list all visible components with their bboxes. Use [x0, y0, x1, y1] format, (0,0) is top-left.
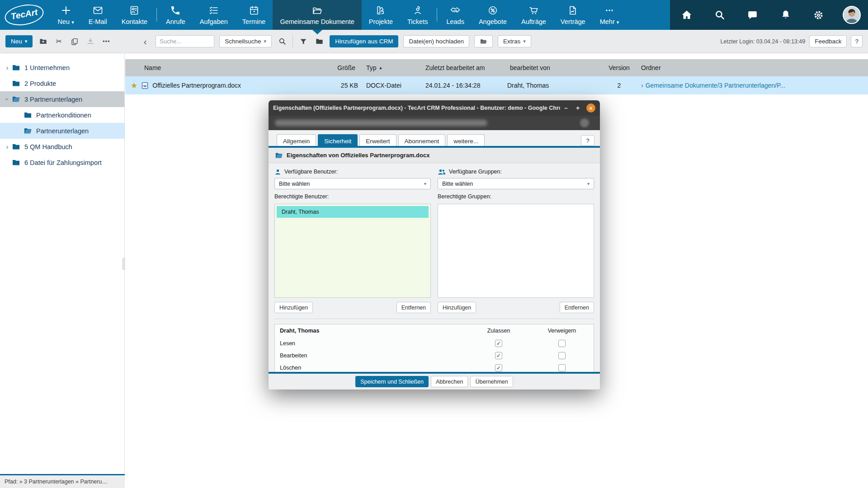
dialog-body: Verfügbare Benutzer: Bitte wählen ▾ Bere… — [269, 163, 600, 372]
tree-item-qm-handbuch[interactable]: › 5 QM Handbuch — [0, 139, 124, 155]
bell-icon — [780, 9, 792, 21]
deny-column-label: Verweigern — [530, 328, 594, 334]
nav-item-anrufe[interactable]: Anrufe — [159, 0, 193, 30]
chat-button[interactable] — [736, 0, 769, 30]
nav-item-tickets[interactable]: Tickets — [400, 0, 435, 30]
last-login-text: Letzter Login: 03.04.24 - 08:13:49 — [721, 38, 806, 45]
move-to-folder-button[interactable] — [38, 36, 48, 47]
tree-item-partnerkonditionen[interactable]: Partnerkonditionen — [0, 107, 124, 123]
tab-weitere[interactable]: weitere... — [447, 134, 485, 148]
cart-icon — [528, 5, 539, 16]
extras-button[interactable]: Extras ▾ — [498, 35, 531, 47]
favorite-star-icon[interactable]: ★ — [131, 81, 137, 90]
column-type[interactable]: Typ▲ — [358, 64, 419, 71]
tab-sicherheit[interactable]: Sicherheit — [318, 134, 358, 148]
tree-item-unternehmen[interactable]: › 1 Unternehmen — [0, 60, 124, 75]
notifications-button[interactable] — [769, 0, 802, 30]
authorized-groups-listbox[interactable] — [438, 204, 594, 298]
tab-allgemein[interactable]: Allgemein — [277, 134, 316, 148]
available-users-select[interactable]: Bitte wählen ▾ — [274, 178, 431, 189]
download-button[interactable] — [85, 36, 96, 47]
folder-view-button[interactable] — [314, 36, 325, 47]
nav-item-mehr[interactable]: Mehr ▾ — [593, 0, 627, 30]
scissors-icon: ✂ — [56, 38, 62, 45]
close-button[interactable]: × — [586, 103, 595, 113]
apply-button[interactable]: Übernehmen — [470, 376, 513, 387]
minimize-button[interactable]: – — [560, 104, 572, 112]
checkbox-lesen-verweigern[interactable] — [558, 340, 566, 347]
home-button[interactable] — [670, 0, 703, 30]
nav-right-group — [670, 0, 868, 30]
available-groups-select[interactable]: Bitte wählen ▾ — [438, 178, 594, 189]
search-input[interactable] — [156, 35, 214, 47]
checkbox-lesen-zulassen[interactable]: ✓ — [495, 340, 502, 347]
chevron-expanded-icon[interactable]: › — [4, 95, 11, 104]
tree-item-partnerunterlagen-parent[interactable]: › 3 Partnerunterlagen — [0, 91, 124, 107]
nav-item-auftraege[interactable]: Aufträge — [514, 0, 553, 30]
checkbox-loeschen-verweigern[interactable] — [558, 364, 566, 371]
tree-item-zahlungsimport[interactable]: 6 Datei für Zahlungsimport — [0, 155, 124, 170]
tab-erweitert[interactable]: Erweitert — [359, 134, 396, 148]
help-button[interactable]: ? — [851, 35, 863, 47]
list-item-selected-user[interactable]: Draht, Thomas — [277, 206, 429, 218]
dialog-titlebar[interactable]: Eigenschaften (Offizielles Partnerprogra… — [269, 100, 600, 116]
allow-column-label: Zulassen — [467, 328, 530, 334]
column-modified-by[interactable]: bearbeitet von — [507, 64, 600, 71]
more-actions-button[interactable]: ••• — [101, 36, 112, 47]
folder-open-icon — [12, 95, 20, 103]
tree-item-produkte[interactable]: 2 Produkte — [0, 75, 124, 91]
file-name[interactable]: Offizielles Partnerprogram.docx — [152, 82, 241, 89]
nav-item-projekte[interactable]: Projekte — [362, 0, 400, 30]
checkbox-bearbeiten-zulassen[interactable]: ✓ — [495, 352, 502, 359]
column-size[interactable]: Größe — [315, 64, 358, 71]
add-user-button[interactable]: Hinzufügen — [274, 302, 313, 313]
upload-files-button[interactable]: Datei(en) hochladen — [403, 35, 469, 47]
nav-item-leads[interactable]: Leads — [439, 0, 472, 30]
cancel-button[interactable]: Abbrechen — [431, 376, 468, 387]
nav-item-gemeinsame-dokumente[interactable]: Gemeinsame Dokumente — [273, 0, 361, 30]
maximize-button[interactable]: + — [572, 104, 584, 112]
tab-abonnement[interactable]: Abonnement — [398, 134, 446, 148]
nav-item-neu[interactable]: Neu ▾ — [50, 0, 81, 30]
run-search-button[interactable] — [277, 36, 288, 47]
nav-item-termine[interactable]: Termine — [235, 0, 273, 30]
nav-item-aufgaben[interactable]: Aufgaben — [193, 0, 235, 30]
authorized-users-listbox[interactable]: Draht, Thomas — [274, 204, 431, 298]
chevron-right-icon[interactable]: › — [3, 143, 12, 150]
upload-folder-button[interactable] — [474, 35, 493, 47]
path-text: Pfad: » 3 Partnerunterlagen » Partneru… — [5, 479, 108, 485]
chevron-right-icon[interactable]: › — [3, 64, 12, 71]
cut-button[interactable]: ✂ — [53, 36, 64, 47]
search-button[interactable] — [703, 0, 736, 30]
add-group-button[interactable]: Hinzufügen — [438, 302, 476, 313]
nav-item-email[interactable]: E-Mail — [81, 0, 114, 30]
table-row[interactable]: ★ W Offizielles Partnerprogram.docx 25 K… — [125, 76, 868, 94]
remove-user-button[interactable]: Entfernen — [396, 302, 431, 313]
dialog-help-button[interactable]: ? — [581, 135, 594, 146]
neu-button[interactable]: Neu ▾ — [5, 35, 33, 47]
tree-item-partnerunterlagen[interactable]: Partnerunterlagen — [0, 123, 124, 139]
tecart-logo[interactable]: TecArt — [0, 0, 50, 30]
collapse-panel-button[interactable]: ‹ — [140, 36, 151, 47]
column-folder[interactable]: Ordner — [638, 64, 868, 71]
nav-item-vertraege[interactable]: Verträge — [553, 0, 593, 30]
nav-item-kontakte[interactable]: Kontakte — [114, 0, 155, 30]
remove-group-button[interactable]: Entfernen — [560, 302, 594, 313]
schnellsuche-select[interactable]: Schnellsuche ▾ — [219, 35, 272, 47]
folder-path-link[interactable]: Gemeinsame Dokumente/3 Partnerunterlagen… — [646, 82, 785, 89]
nav-item-angebote[interactable]: Angebote — [472, 0, 514, 30]
column-modified[interactable]: Zuletzt bearbeitet am — [419, 64, 507, 71]
add-from-crm-button[interactable]: Hinzufügen aus CRM — [330, 35, 398, 47]
settings-button[interactable] — [802, 0, 835, 30]
checkbox-loeschen-zulassen[interactable]: ✓ — [495, 364, 502, 371]
copy-button[interactable] — [69, 36, 80, 47]
chevron-left-icon: ‹ — [144, 37, 147, 46]
column-version[interactable]: Version — [600, 64, 638, 71]
feedback-button[interactable]: Feedback — [809, 35, 847, 47]
user-menu[interactable] — [835, 0, 868, 30]
save-and-close-button[interactable]: Speichern und Schließen — [355, 376, 429, 387]
checkbox-bearbeiten-verweigern[interactable] — [558, 352, 566, 359]
column-name[interactable]: Name — [125, 64, 315, 71]
filter-button[interactable] — [298, 36, 309, 47]
chevron-right-icon: › — [641, 82, 643, 89]
